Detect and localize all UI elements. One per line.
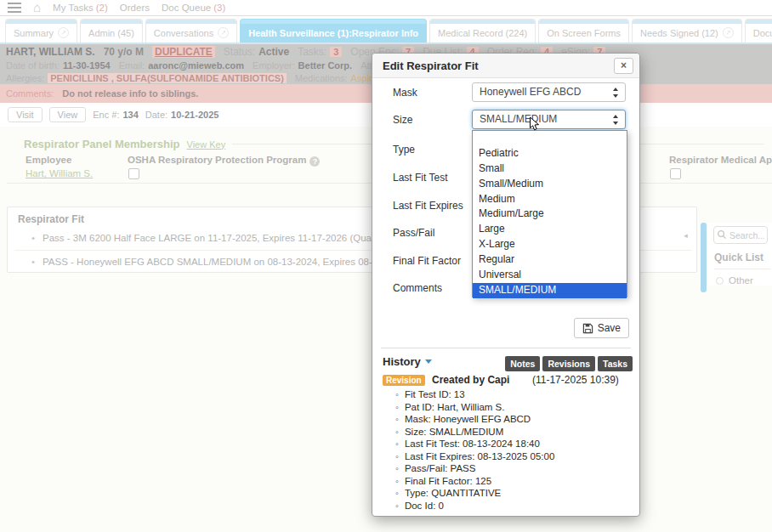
- save-button[interactable]: Save: [574, 318, 629, 338]
- radio-icon: [716, 277, 724, 285]
- size-option[interactable]: Small/Medium: [473, 177, 627, 192]
- revision-detail-list: Fit Test ID: 13 Pat ID: Hart, William S.…: [395, 388, 634, 512]
- revision-timestamp: (11-17-2025 10:39): [532, 374, 619, 386]
- quick-list-item-other[interactable]: Other: [716, 275, 772, 286]
- tasks-button[interactable]: Tasks: [598, 356, 633, 371]
- mask-select[interactable]: Honeywell EFG ABCD: [472, 82, 626, 102]
- tab-on-screen-forms[interactable]: On Screen Forms: [538, 19, 629, 42]
- section-title-respirator-panel-membership: Respirator Panel Membership: [24, 138, 180, 150]
- size-label: Size: [393, 114, 412, 126]
- panel-drag-handle[interactable]: [701, 223, 707, 292]
- nav-my-tasks[interactable]: My Tasks (2): [53, 3, 108, 13]
- view-button[interactable]: View: [49, 107, 87, 122]
- status-label: Status:: [224, 46, 255, 58]
- notes-button[interactable]: Notes: [505, 356, 540, 371]
- patient-age-sex: 70 y/o M: [104, 46, 144, 58]
- last-fit-test-label: Last Fit Test: [393, 172, 447, 184]
- comments-label: Comments:: [6, 88, 54, 99]
- menu-icon[interactable]: [8, 3, 21, 13]
- size-dropdown-list: Pediatric Small Small/Medium Medium Medi…: [472, 130, 627, 297]
- help-icon[interactable]: [309, 156, 320, 167]
- history-buttons: Notes Revisions Tasks: [505, 356, 633, 371]
- medical-approval-checkbox[interactable]: [670, 168, 681, 179]
- mouse-cursor: [529, 116, 540, 132]
- enc-label: Enc #:: [93, 110, 119, 120]
- view-key-link[interactable]: View Key: [187, 139, 226, 150]
- osha-program-checkbox[interactable]: [128, 168, 139, 179]
- tab-label: Needs Signed (12): [640, 28, 718, 38]
- revision-detail-item: Pat ID: Hart, William S.: [395, 401, 634, 414]
- revisions-button[interactable]: Revisions: [542, 356, 595, 371]
- final-fit-factor-label: Final Fit Factor: [393, 255, 461, 267]
- size-option[interactable]: Medium: [473, 192, 627, 207]
- tab-conversations[interactable]: Conversations: [145, 19, 237, 42]
- quick-list-title: Quick List: [714, 252, 770, 269]
- size-option[interactable]: Universal: [473, 268, 627, 283]
- employer-label: Employer:: [253, 60, 295, 71]
- nav-label: Doc Queue: [162, 3, 211, 13]
- pass-fail-label: Pass/Fail: [393, 227, 434, 239]
- tab-health-surveillance-respirator-info[interactable]: Health Surveillance (1):Respirator Info: [240, 19, 427, 42]
- allergies-label: Allergies:: [6, 73, 44, 83]
- nav-orders[interactable]: Orders: [120, 3, 150, 13]
- nav-count: (2): [96, 3, 108, 13]
- search-icon: [717, 229, 727, 240]
- tab-label: Summary: [14, 28, 54, 38]
- size-option[interactable]: Pediatric: [473, 146, 627, 161]
- date-label: Date:: [145, 110, 167, 120]
- dialog-title: Edit Respirator Fit: [383, 59, 479, 72]
- popout-icon[interactable]: [218, 27, 229, 38]
- count-badge: 3: [330, 47, 342, 57]
- tab-needs-signed[interactable]: Needs Signed (12): [632, 19, 742, 42]
- email-value[interactable]: aaronc@mieweb.com: [148, 60, 244, 71]
- comments-value: Do not release info to siblings.: [62, 88, 198, 99]
- close-button[interactable]: ×: [614, 58, 633, 74]
- collapse-panel-arrow-icon[interactable]: ◂: [679, 229, 692, 242]
- revision-detail-item: Last Fit Expires: 08-13-2025 05:00: [395, 450, 634, 463]
- tab-label: Health Surveillance (1):Respirator Info: [248, 28, 418, 38]
- mask-label: Mask: [393, 87, 417, 99]
- counter-tasks[interactable]: Tasks:3: [298, 46, 342, 58]
- select-arrows-icon: [612, 115, 620, 125]
- revision-detail-item: Pass/Fail: PASS: [395, 462, 634, 475]
- tab-documents[interactable]: Documents (336): [745, 19, 772, 42]
- email-label: Email:: [119, 60, 145, 71]
- size-option[interactable]: X-Large: [473, 237, 627, 252]
- employee-link[interactable]: Hart, William S.: [26, 168, 93, 178]
- size-option-blank[interactable]: [473, 131, 627, 146]
- tab-medical-record[interactable]: Medical Record (224): [429, 19, 536, 42]
- size-select[interactable]: SMALL/MEDIUM: [472, 110, 626, 129]
- dialog-header: Edit Respirator Fit ×: [372, 54, 639, 78]
- size-option[interactable]: Regular: [473, 252, 627, 268]
- allergies-value: PENICILLINS , SULFA(SULFONAMIDE ANTIBIOT…: [48, 73, 287, 83]
- tab-label: Conversations: [154, 28, 213, 38]
- col-header-employee: Employee: [26, 155, 71, 165]
- history-toggle[interactable]: History: [383, 355, 432, 368]
- home-icon[interactable]: ⌂: [33, 3, 41, 13]
- tab-label: On Screen Forms: [547, 28, 621, 38]
- revision-detail-item: Fit Test ID: 13: [395, 388, 634, 401]
- col-header-respirator-medical-approval: Respirator Medical Approv: [669, 155, 772, 165]
- duplicate-flag[interactable]: DUPLICATE: [152, 46, 215, 58]
- tab-summary[interactable]: Summary: [5, 19, 77, 42]
- divider: [381, 348, 631, 348]
- popout-icon[interactable]: [58, 27, 69, 38]
- visit-button[interactable]: Visit: [8, 107, 43, 122]
- size-option[interactable]: Small: [473, 161, 627, 177]
- revision-detail-item: Size: SMALL/MEDIUM: [395, 426, 634, 439]
- revision-detail-item: Last Fit Test: 08-13-2024 18:40: [395, 438, 634, 450]
- size-option[interactable]: Medium/Large: [473, 207, 627, 222]
- dob-label: Date of birth:: [6, 60, 60, 71]
- comments-label: Comments: [393, 282, 442, 294]
- tab-admin[interactable]: Admin (45): [80, 19, 143, 42]
- nav-doc-queue[interactable]: Doc Queue (3): [162, 3, 225, 13]
- chevron-down-icon: [425, 359, 432, 364]
- tab-label: Admin (45): [88, 28, 134, 38]
- date-value: 10-21-2025: [171, 110, 219, 120]
- status-value: Active: [258, 46, 289, 58]
- popout-icon[interactable]: [723, 27, 734, 38]
- size-option[interactable]: Large: [473, 222, 627, 237]
- revision-text: Created by Capi: [432, 374, 509, 386]
- size-option-selected[interactable]: SMALL/MEDIUM: [473, 283, 627, 298]
- revision-entry: Revision Created by Capi (11-17-2025 10:…: [383, 374, 633, 387]
